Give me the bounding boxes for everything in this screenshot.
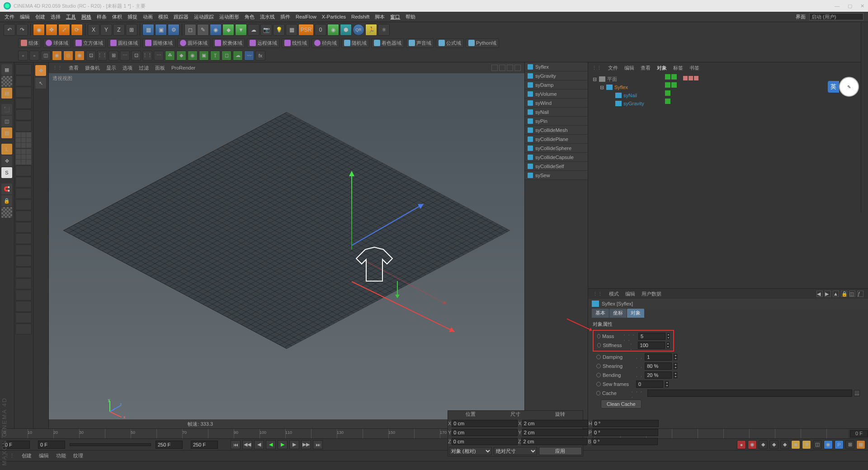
mass-input[interactable] (638, 333, 665, 340)
subtab-coord[interactable]: 坐标 (609, 309, 627, 318)
rot-h-input[interactable] (593, 420, 659, 427)
syflex-cmd-volume[interactable]: syVolume (525, 89, 588, 99)
coord-mode-select[interactable]: 对象 (相对) (449, 447, 492, 455)
mograph-icon[interactable]: ⬢ (340, 24, 352, 36)
python-field-button[interactable]: Python域 (466, 38, 499, 48)
menu-motiontrack[interactable]: 运动跟踪 (194, 14, 214, 20)
goto-start-button[interactable]: ⏮ (231, 440, 241, 449)
group-field-button[interactable]: 组体 (18, 38, 41, 48)
syflex-cmd-collidemesh[interactable]: syCollideMesh (525, 126, 588, 135)
misc-btn-13[interactable]: ⋯ (154, 51, 164, 61)
menu-mograph[interactable]: 运动图形 (219, 14, 239, 20)
menu-create[interactable]: 创建 (35, 14, 45, 20)
minimize-button[interactable]: — (835, 3, 840, 9)
snap-10[interactable] (15, 199, 32, 210)
syflex-cmd-damp[interactable]: syDamp (525, 80, 588, 89)
tree-row-synail[interactable]: syNail (588, 91, 868, 99)
sewframes-input[interactable] (636, 381, 663, 388)
mat-tab-create[interactable]: 创建 (22, 452, 32, 459)
nurbs-icon[interactable]: ◉ (210, 24, 222, 36)
play-back-button[interactable]: ◀ (266, 440, 276, 449)
misc-btn-19[interactable]: ◻ (222, 51, 231, 61)
vp-menu-filter[interactable]: 过滤 (139, 65, 149, 71)
pos-z-input[interactable] (452, 438, 518, 445)
attr-tab-userdata[interactable]: 用户数据 (642, 291, 661, 297)
misc-btn-1[interactable]: ▫ (18, 51, 28, 61)
points-mode-icon[interactable]: ⬛ (1, 104, 12, 115)
snap-6[interactable] (15, 121, 32, 132)
torus-field-button[interactable]: 圆环体域 (177, 38, 210, 48)
y-axis-gizmo[interactable] (351, 173, 352, 249)
qr-icon[interactable]: QR (353, 24, 364, 36)
range-end-input[interactable] (156, 441, 183, 449)
move-gizmo-icon[interactable]: ✥ (35, 65, 46, 76)
snap-21[interactable] (15, 324, 32, 334)
timeline-mode-button[interactable]: ▦ (856, 440, 865, 449)
menu-mesh[interactable]: 网格 (81, 14, 91, 20)
snap-15[interactable] (15, 256, 32, 267)
prev-frame-button[interactable]: ◀ (254, 440, 264, 449)
menu-snap[interactable]: 捕捉 (127, 14, 137, 20)
shader-field-button[interactable]: 着色器域 (371, 38, 404, 48)
rot-p-input[interactable] (592, 429, 658, 436)
key-param-button[interactable]: ◆ (791, 440, 800, 449)
end-frame-input[interactable] (191, 441, 218, 449)
menu-realflow[interactable]: RealFlow (296, 14, 316, 19)
x-axis-lock[interactable]: X (88, 24, 99, 36)
linear-field-button[interactable]: 线性域 (282, 38, 310, 48)
menu-spline[interactable]: 样条 (97, 14, 107, 20)
polys-mode-icon[interactable]: ▨ (1, 127, 12, 138)
close-button[interactable]: ✕ (860, 3, 864, 9)
psr-button[interactable]: PSR (298, 24, 314, 36)
field-icon[interactable]: ▦ (286, 24, 297, 36)
menu-plugins[interactable]: 插件 (280, 14, 290, 20)
tree-row-sygravity[interactable]: syGravity (588, 99, 868, 108)
om-tab-objects[interactable]: 对象 (657, 65, 667, 71)
render-settings-icon[interactable]: ⚙ (168, 24, 179, 36)
damping-input[interactable] (645, 353, 672, 361)
om-tab-bookmarks[interactable]: 书签 (689, 65, 699, 71)
snap-1[interactable] (15, 64, 32, 75)
spline-pen-icon[interactable]: ✎ (197, 24, 209, 36)
snap-18[interactable] (15, 290, 32, 301)
misc-btn-10[interactable]: ⋯ (120, 51, 130, 61)
vp-menu-prorender[interactable]: ProRender (171, 65, 195, 70)
syflex-cmd-pin[interactable]: syPin (525, 117, 588, 126)
mat-tab-func[interactable]: 功能 (56, 452, 66, 459)
vp-menu-options[interactable]: 选项 (123, 65, 132, 71)
size-x-input[interactable] (522, 420, 588, 427)
snap-grid-1[interactable] (15, 132, 32, 148)
next-frame-button[interactable]: ▶ (289, 440, 299, 449)
misc-btn-4[interactable]: ◉ (52, 51, 62, 61)
vp-menu-camera[interactable]: 摄像机 (85, 65, 100, 71)
key-pla-button[interactable]: ✥ (802, 440, 811, 449)
menu-file[interactable]: 文件 (5, 14, 14, 20)
camera-icon[interactable]: 📷 (260, 24, 272, 36)
object-tree[interactable]: ⊟ 平面 ⊟ Syflex syNail syGravity (588, 73, 868, 288)
z-axis-lock[interactable]: Z (113, 24, 125, 36)
attr-nav-new[interactable]: ◫ (849, 291, 855, 297)
misc-btn-8[interactable]: ⋮⋮ (97, 51, 107, 61)
misc-btn-22[interactable]: fx (255, 51, 265, 61)
menu-help[interactable]: 帮助 (406, 14, 415, 20)
size-y-input[interactable] (522, 429, 588, 436)
render-view-icon[interactable]: ▦ (142, 24, 154, 36)
record-button[interactable]: ● (737, 440, 746, 449)
rotate-tool-icon[interactable]: ⟳ (71, 24, 83, 36)
om-tab-view[interactable]: 查看 (641, 65, 651, 71)
attr-nav-next[interactable]: ▶ (825, 291, 831, 297)
misc-btn-6[interactable]: ◉ (75, 51, 85, 61)
environment-icon[interactable]: ☁ (248, 24, 259, 36)
motion2-button[interactable]: P (835, 440, 844, 449)
menu-tracker[interactable]: 跟踪器 (174, 14, 189, 20)
snap-11[interactable] (15, 211, 32, 221)
snap-13[interactable] (15, 233, 32, 244)
object-mode-icon[interactable]: ✥ (1, 155, 12, 166)
snap-grid-2[interactable] (15, 149, 32, 165)
menu-pipeline[interactable]: 流水线 (260, 14, 275, 20)
formula-field-button[interactable]: 公式域 (436, 38, 464, 48)
attr-nav-up[interactable]: ▲ (833, 291, 839, 297)
syflex-cmd-sew[interactable]: sySew (525, 171, 588, 180)
tree-row-plane[interactable]: ⊟ 平面 (588, 75, 868, 83)
menu-sim[interactable]: 模拟 (158, 14, 168, 20)
